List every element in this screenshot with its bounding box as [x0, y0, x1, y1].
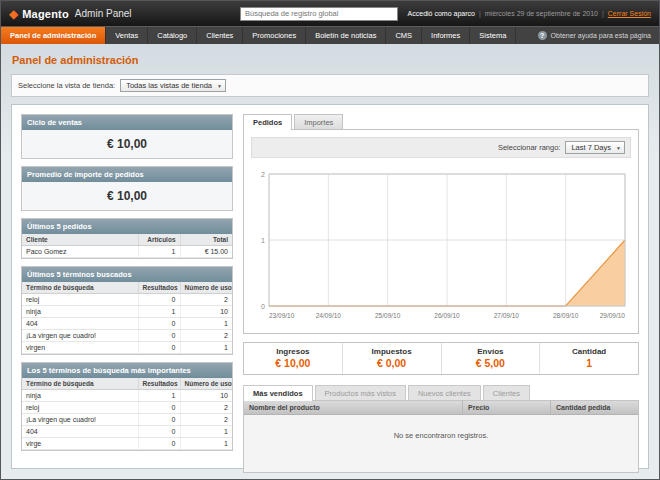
lifetime-sales-title: Ciclo de ventas: [22, 115, 232, 130]
search-term: ¡La virgen que cuadro!: [22, 414, 138, 426]
last-orders-table: Cliente Artículos Total Paco Gomez 1 € 1…: [22, 234, 232, 258]
svg-text:26/09/10: 26/09/10: [434, 312, 460, 319]
brand-suffix: Admin Panel: [75, 8, 132, 19]
range-label: Seleccionar rango:: [498, 143, 561, 152]
svg-text:0: 0: [261, 303, 265, 310]
search-term: reloj: [22, 294, 138, 306]
tab-amounts[interactable]: Importes: [294, 114, 343, 129]
range-select-value: Last 7 Days: [571, 143, 611, 152]
tab-orders[interactable]: Pedidos: [243, 114, 292, 130]
nav-item-customers[interactable]: Clientes: [197, 27, 243, 44]
column-header-customer: Cliente: [22, 234, 138, 246]
separator: |: [602, 10, 604, 17]
search-results: 0: [138, 318, 180, 330]
nav-item-catalog[interactable]: Catálogo: [148, 27, 197, 44]
global-search-input[interactable]: [240, 7, 398, 21]
nav-item-cms[interactable]: CMS: [386, 27, 422, 44]
table-row[interactable]: ¡La virgen que cuadro! 0 2: [22, 330, 232, 342]
stat-value: € 5,00: [442, 357, 540, 369]
average-orders-title: Promedio de importe de pedidos: [22, 167, 232, 182]
logout-link[interactable]: Cerrar Sesión: [608, 10, 651, 17]
main-navigation: Panel de administración Ventas Catálogo …: [1, 26, 659, 44]
tab-most-viewed[interactable]: Productos más vistos: [315, 385, 406, 400]
nav-item-system[interactable]: Sistema: [470, 27, 516, 44]
top-search-terms-title: Los 5 términos de búsqueda más important…: [22, 363, 232, 378]
help-icon: ?: [538, 31, 547, 40]
search-term: ninja: [22, 306, 138, 318]
column-header-items: Artículos: [138, 234, 180, 246]
get-help-label: Obtener ayuda para esta página: [551, 32, 651, 39]
chevron-down-icon: ▼: [616, 145, 621, 151]
logged-in-as: Accedió como aparco: [408, 10, 475, 17]
nav-item-reports[interactable]: Informes: [422, 27, 470, 44]
column-header-term: Término de búsqueda: [22, 282, 138, 294]
table-row[interactable]: 404 0 1: [22, 426, 232, 438]
svg-text:2: 2: [261, 171, 265, 178]
stat-shipping: Envíos € 5,00: [441, 343, 540, 374]
tab-new-customers[interactable]: Nuevos clientes: [408, 385, 481, 400]
svg-text:29/09/10: 29/09/10: [600, 312, 626, 319]
last-orders-title: Últimos 5 pedidos: [22, 219, 232, 234]
last-search-terms-box: Últimos 5 términos buscados Término de b…: [21, 266, 233, 355]
stat-label: Envíos: [442, 347, 540, 356]
store-view-select[interactable]: Todas las vistas de tienda ▼: [120, 79, 226, 92]
table-row[interactable]: ninja 1 10: [22, 390, 232, 402]
nav-item-newsletter[interactable]: Boletín de noticias: [306, 27, 386, 44]
search-term: 404: [22, 318, 138, 330]
column-header-results: Resultados: [138, 282, 180, 294]
table-row[interactable]: virgen 0 1: [22, 342, 232, 354]
search-uses: 1: [180, 342, 232, 354]
stat-revenue: Ingresos € 10,00: [244, 343, 342, 374]
brand-name: Magento: [22, 8, 69, 20]
grid-header-row: Nombre del producto Precio Cantidad pedi…: [244, 401, 638, 415]
stat-label: Ingresos: [244, 347, 342, 356]
product-tabs: Más vendidos Productos más vistos Nuevos…: [243, 385, 639, 400]
table-row[interactable]: ¡La virgen que cuadro! 0 2: [22, 414, 232, 426]
chart-area: 23/09/1024/09/1025/09/1026/09/1027/09/10…: [251, 158, 631, 326]
column-header-product: Nombre del producto: [244, 401, 462, 414]
svg-text:24/09/10: 24/09/10: [316, 312, 342, 319]
svg-text:1: 1: [261, 237, 265, 244]
nav-item-sales[interactable]: Ventas: [106, 27, 148, 44]
table-row[interactable]: ninja 1 10: [22, 306, 232, 318]
stat-value: € 10,00: [244, 357, 342, 369]
order-items: 1: [138, 246, 180, 258]
table-row[interactable]: Paco Gomez 1 € 15.00: [22, 246, 232, 258]
average-orders-box: Promedio de importe de pedidos € 10,00: [21, 166, 233, 211]
column-header-total: Total: [180, 234, 232, 246]
column-header-qty: Cantidad pedida: [550, 401, 638, 414]
last-search-terms-table: Término de búsqueda Resultados Número de…: [22, 282, 232, 354]
search-results: 0: [138, 414, 180, 426]
column-header-uses: Número de usos: [180, 378, 232, 390]
search-term: ninja: [22, 390, 138, 402]
average-orders-value: € 10,00: [22, 182, 232, 210]
search-results: 1: [138, 306, 180, 318]
column-header-results: Resultados: [138, 378, 180, 390]
nav-item-promotions[interactable]: Promociones: [243, 27, 306, 44]
table-row[interactable]: virge 0 1: [22, 438, 232, 450]
separator: |: [479, 10, 481, 17]
svg-text:23/09/10: 23/09/10: [269, 312, 295, 319]
search-results: 0: [138, 426, 180, 438]
nav-item-dashboard[interactable]: Panel de administración: [1, 27, 106, 44]
table-row[interactable]: 404 0 1: [22, 318, 232, 330]
stat-label: Cantidad: [540, 347, 638, 356]
range-select[interactable]: Last 7 Days ▼: [565, 141, 625, 154]
search-term: 404: [22, 426, 138, 438]
orders-chart: 23/09/1024/09/1025/09/1026/09/1027/09/10…: [251, 164, 635, 322]
page-body: Panel de administración Seleccione la vi…: [1, 44, 659, 479]
column-header-uses: Número de usos: [180, 282, 232, 294]
tab-customers[interactable]: Clientes: [483, 385, 530, 400]
search-results: 0: [138, 342, 180, 354]
svg-text:27/09/10: 27/09/10: [494, 312, 520, 319]
table-row[interactable]: reloj 0 2: [22, 294, 232, 306]
chevron-down-icon: ▼: [217, 83, 222, 89]
search-uses: 10: [180, 390, 232, 402]
search-uses: 1: [180, 318, 232, 330]
tab-bestsellers[interactable]: Más vendidos: [243, 385, 313, 401]
table-row[interactable]: reloj 0 2: [22, 402, 232, 414]
search-results: 1: [138, 390, 180, 402]
get-help-link[interactable]: ? Obtener ayuda para esta página: [530, 27, 659, 44]
column-header-term: Término de búsqueda: [22, 378, 138, 390]
stat-label: Impuestos: [343, 347, 441, 356]
